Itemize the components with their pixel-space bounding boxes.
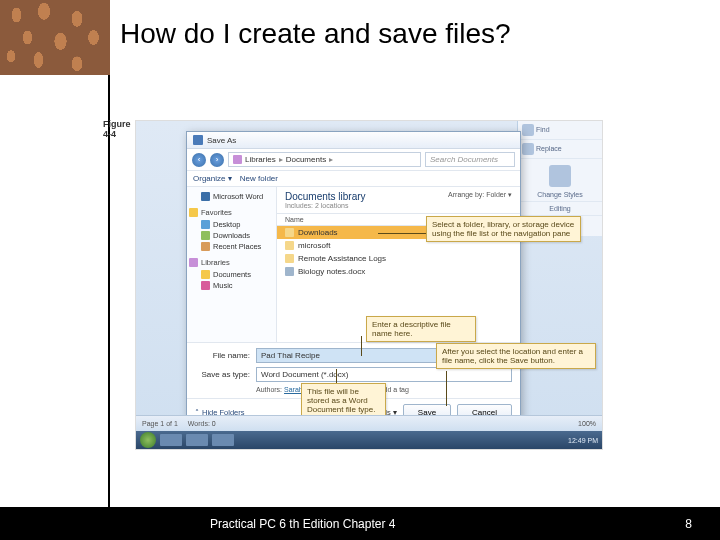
- callout-select-folder: Select a folder, library, or storage dev…: [426, 216, 581, 242]
- ribbon-styles: Change Styles: [537, 191, 583, 198]
- nav-favorites[interactable]: Favorites: [201, 208, 232, 217]
- slide-footer: Practical PC 6 th Edition Chapter 4 8: [0, 507, 720, 540]
- file-row[interactable]: Biology notes.docx: [277, 265, 520, 278]
- ribbon-editing-group: Editing: [518, 202, 602, 216]
- callout-save: After you select the location and enter …: [436, 343, 596, 369]
- navigation-pane[interactable]: Microsoft Word Favorites Desktop Downloa…: [187, 187, 277, 342]
- status-words: Words: 0: [188, 420, 216, 427]
- screenshot-figure: Find Replace Change Styles Editing Save …: [135, 120, 603, 450]
- arrow-line: [446, 371, 447, 406]
- libraries-icon: [189, 258, 198, 267]
- arrange-value[interactable]: Folder: [486, 191, 506, 198]
- status-page: Page 1 of 1: [142, 420, 178, 427]
- chevron-right-icon: ▸: [279, 155, 283, 164]
- tray-time: 12:49 PM: [568, 437, 598, 444]
- taskbar-item[interactable]: [160, 434, 182, 446]
- libraries-icon: [233, 155, 242, 164]
- arrow-line: [378, 233, 426, 234]
- replace-icon: [522, 143, 534, 155]
- star-icon: [189, 208, 198, 217]
- word-icon: [201, 192, 210, 201]
- music-icon: [201, 281, 210, 290]
- folder-icon: [285, 228, 294, 237]
- documents-icon: [201, 270, 210, 279]
- slide-title: How do I create and save files?: [120, 18, 511, 50]
- find-icon: [522, 124, 534, 136]
- arrow-line: [361, 336, 362, 356]
- crumb-libraries: Libraries: [245, 155, 276, 164]
- nav-desktop[interactable]: Desktop: [213, 220, 241, 229]
- back-button[interactable]: ‹: [192, 153, 206, 167]
- authors-label: Authors:: [256, 386, 282, 393]
- vertical-divider: [108, 75, 110, 507]
- nav-recent[interactable]: Recent Places: [213, 242, 261, 251]
- word-status-bar: Page 1 of 1 Words: 0 100%: [136, 415, 602, 431]
- address-breadcrumb[interactable]: Libraries ▸ Documents ▸: [228, 152, 421, 167]
- callout-filename: Enter a descriptive file name here.: [366, 316, 476, 342]
- arrange-label: Arrange by:: [448, 191, 484, 198]
- docx-icon: [285, 267, 294, 276]
- styles-icon: [549, 165, 571, 187]
- savetype-label: Save as type:: [195, 370, 250, 379]
- crumb-documents: Documents: [286, 155, 326, 164]
- taskbar-item[interactable]: [186, 434, 208, 446]
- forward-button[interactable]: ›: [210, 153, 224, 167]
- nav-downloads[interactable]: Downloads: [213, 231, 250, 240]
- organize-menu[interactable]: Organize ▾: [193, 174, 232, 183]
- nav-music[interactable]: Music: [213, 281, 233, 290]
- taskbar-item[interactable]: [212, 434, 234, 446]
- folder-icon: [285, 241, 294, 250]
- desktop-icon: [201, 220, 210, 229]
- footer-text: Practical PC 6 th Edition Chapter 4: [210, 517, 395, 531]
- chevron-right-icon: ▸: [329, 155, 333, 164]
- save-as-dialog: Save As ‹ › Libraries ▸ Documents ▸ Sear…: [186, 131, 521, 421]
- library-subtitle: Includes: 2 locations: [285, 202, 512, 209]
- system-tray: 12:49 PM: [568, 437, 598, 444]
- ribbon-replace: Replace: [536, 145, 562, 152]
- callout-filetype: This file will be stored as a Word Docum…: [301, 383, 386, 419]
- figure-label: Figure 4-4: [103, 120, 131, 140]
- nav-libraries[interactable]: Libraries: [201, 258, 230, 267]
- nav-word[interactable]: Microsoft Word: [213, 192, 263, 201]
- search-input[interactable]: Search Documents: [425, 152, 515, 167]
- clock-icon: [201, 242, 210, 251]
- dialog-title: Save As: [207, 136, 236, 145]
- folder-icon: [285, 254, 294, 263]
- status-zoom: 100%: [578, 420, 596, 427]
- save-icon: [193, 135, 203, 145]
- ribbon-find: Find: [536, 126, 550, 133]
- new-folder-button[interactable]: New folder: [240, 174, 278, 183]
- download-icon: [201, 231, 210, 240]
- decorative-corner-image: [0, 0, 110, 75]
- windows-taskbar: 12:49 PM: [136, 431, 602, 449]
- dialog-titlebar: Save As: [187, 132, 520, 149]
- figure-label-num: 4-4: [103, 130, 131, 140]
- start-button[interactable]: [140, 432, 156, 448]
- file-row[interactable]: Remote Assistance Logs: [277, 252, 520, 265]
- arrow-line: [336, 369, 337, 383]
- filename-label: File name:: [195, 351, 250, 360]
- nav-documents[interactable]: Documents: [213, 270, 251, 279]
- footer-page-number: 8: [685, 517, 692, 531]
